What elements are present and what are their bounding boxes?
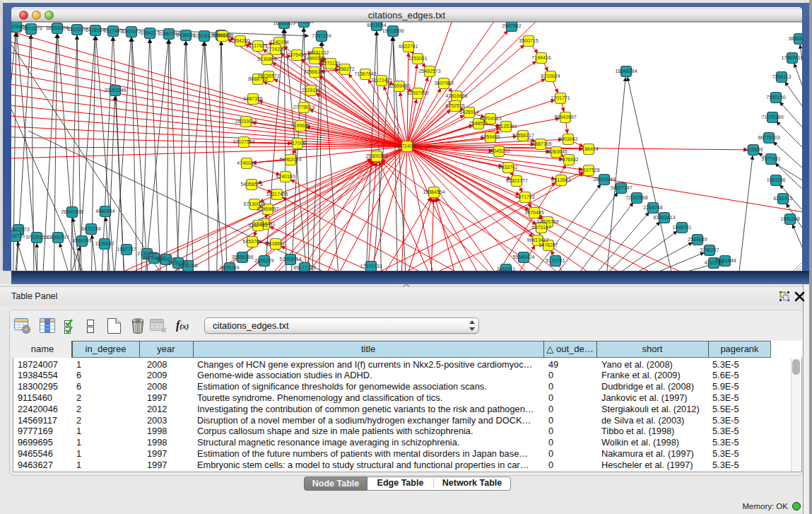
svg-text:3253031: 3253031 [408, 56, 427, 61]
svg-text:82909480: 82909480 [388, 83, 410, 88]
svg-text:18724007: 18724007 [396, 144, 418, 148]
svg-text:98231132: 98231132 [307, 50, 329, 55]
svg-text:5215955: 5215955 [743, 147, 763, 152]
svg-text:68353204: 68353204 [46, 25, 68, 30]
svg-text:6933742: 6933742 [498, 165, 517, 170]
svg-text:2229110: 2229110 [302, 88, 321, 93]
svg-text:3564217: 3564217 [140, 30, 159, 35]
svg-text:1981186: 1981186 [767, 177, 786, 182]
svg-text:66775103: 66775103 [758, 135, 779, 140]
svg-text:4740036: 4740036 [237, 160, 256, 165]
svg-text:5977931: 5977931 [761, 156, 780, 161]
svg-text:85283645: 85283645 [545, 149, 567, 154]
svg-text:5382463: 5382463 [248, 223, 267, 228]
svg-text:9487336: 9487336 [243, 96, 262, 101]
svg-text:26240908: 26240908 [61, 209, 83, 214]
svg-text:1848731: 1848731 [672, 225, 691, 230]
svg-text:38754377: 38754377 [143, 255, 165, 260]
svg-text:27558317: 27558317 [512, 133, 534, 138]
svg-text:2548511: 2548511 [469, 121, 488, 126]
svg-text:4860684: 4860684 [95, 209, 114, 214]
svg-text:6672134: 6672134 [81, 226, 100, 231]
svg-text:7774229: 7774229 [266, 47, 285, 52]
svg-text:2564689: 2564689 [688, 237, 707, 242]
svg-text:6573147: 6573147 [531, 225, 551, 230]
svg-text:5171761: 5171761 [546, 258, 565, 263]
svg-text:58942697: 58942697 [554, 115, 576, 119]
svg-text:2626229: 2626229 [254, 258, 273, 263]
svg-text:4971793: 4971793 [515, 194, 534, 199]
svg-text:19218506: 19218506 [382, 28, 404, 33]
svg-text:77491435: 77491435 [211, 33, 233, 38]
svg-text:1987737: 1987737 [117, 247, 136, 252]
svg-text:25492573: 25492573 [418, 69, 440, 74]
svg-text:6007072: 6007072 [122, 29, 141, 34]
svg-text:2016911: 2016911 [497, 267, 516, 271]
svg-text:27778019: 27778019 [293, 105, 314, 110]
svg-text:6261415: 6261415 [773, 196, 792, 201]
svg-text:19233013: 19233013 [235, 119, 257, 124]
svg-text:55540424: 55540424 [512, 255, 534, 259]
svg-text:5476257: 5476257 [539, 243, 558, 247]
svg-text:97225156: 97225156 [25, 235, 47, 240]
svg-text:3790237: 3790237 [700, 247, 719, 252]
svg-text:1701771: 1701771 [551, 95, 570, 100]
svg-text:71070189: 71070189 [761, 115, 783, 119]
svg-text:7357224: 7357224 [312, 33, 331, 38]
svg-text:47816686: 47816686 [445, 93, 467, 98]
svg-text:3500715: 3500715 [519, 38, 538, 43]
svg-text:8210624: 8210624 [541, 74, 560, 78]
svg-text:5041154: 5041154 [295, 22, 314, 24]
svg-text:19384554: 19384554 [423, 189, 445, 194]
svg-text:50962024: 50962024 [279, 157, 301, 162]
svg-text:99913412: 99913412 [526, 238, 548, 243]
svg-text:4240180: 4240180 [276, 174, 295, 179]
svg-text:31687165: 31687165 [529, 141, 551, 146]
svg-text:47135391: 47135391 [495, 124, 517, 129]
svg-text:20053346: 20053346 [104, 88, 126, 93]
svg-text:8935169: 8935169 [220, 265, 239, 270]
svg-text:3607983: 3607983 [434, 81, 453, 86]
svg-text:6229731: 6229731 [11, 233, 25, 238]
svg-text:3970445: 3970445 [524, 210, 543, 215]
svg-text:5428914: 5428914 [459, 110, 478, 115]
svg-text:35556386: 35556386 [231, 255, 253, 259]
svg-text:54058573: 54058573 [240, 182, 262, 187]
svg-text:6752576: 6752576 [445, 103, 464, 108]
svg-text:65177213: 65177213 [293, 265, 315, 270]
svg-text:13326769: 13326769 [536, 219, 558, 224]
svg-text:75181648: 75181648 [714, 258, 736, 263]
svg-text:6271130: 6271130 [322, 61, 341, 66]
svg-text:5453786: 5453786 [242, 239, 261, 244]
svg-text:7550190: 7550190 [766, 95, 785, 100]
svg-text:2813543: 2813543 [551, 177, 570, 182]
svg-text:5418934: 5418934 [86, 28, 105, 33]
svg-text:16648784: 16648784 [615, 69, 637, 74]
svg-text:16033809: 16033809 [273, 22, 295, 25]
svg-text:4117625: 4117625 [249, 43, 268, 48]
svg-text:1954280: 1954280 [230, 38, 249, 43]
svg-text:7003042: 7003042 [558, 136, 577, 141]
svg-text:31172421: 31172421 [371, 78, 393, 83]
svg-text:83863413: 83863413 [653, 215, 675, 220]
svg-text:9517485: 9517485 [103, 28, 122, 33]
svg-text:15197528: 15197528 [577, 168, 599, 173]
svg-text:19317495: 19317495 [266, 192, 288, 197]
svg-text:2818692: 2818692 [266, 241, 285, 246]
svg-text:81969657: 81969657 [257, 206, 278, 211]
svg-text:2140194: 2140194 [269, 40, 288, 45]
svg-text:84045292: 84045292 [488, 148, 510, 153]
svg-text:2264748: 2264748 [643, 205, 662, 210]
svg-text:71367643: 71367643 [354, 71, 376, 76]
svg-text:44999379: 44999379 [303, 56, 325, 61]
svg-text:1841248: 1841248 [780, 216, 799, 221]
svg-text:5186414: 5186414 [579, 146, 598, 151]
svg-text:7199635: 7199635 [290, 123, 310, 128]
svg-text:1120642: 1120642 [95, 241, 114, 246]
svg-text:8930103: 8930103 [168, 260, 187, 265]
svg-text:4769795: 4769795 [72, 238, 91, 243]
svg-text:72092888: 72092888 [625, 195, 647, 200]
svg-text:25300293: 25300293 [365, 153, 387, 158]
svg-text:57553014: 57553014 [279, 257, 301, 262]
svg-text:17869910: 17869910 [781, 55, 802, 60]
